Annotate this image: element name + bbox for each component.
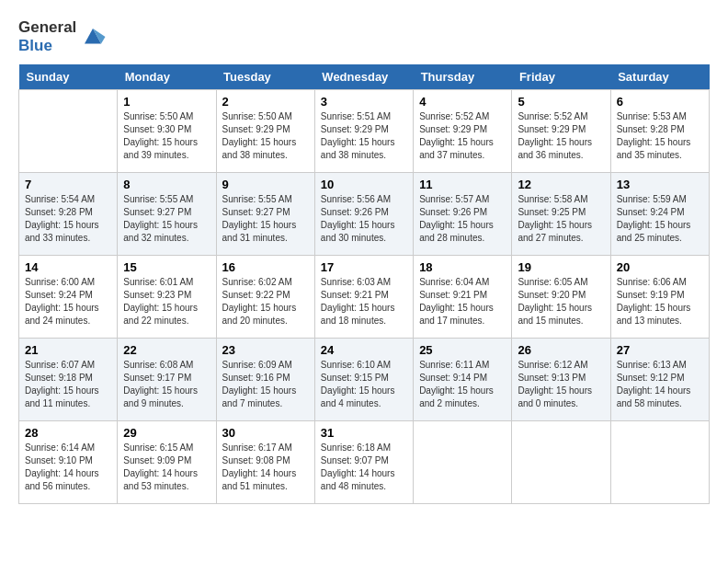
day-info: Sunrise: 5:54 AM Sunset: 9:28 PM Dayligh… bbox=[25, 193, 111, 245]
day-number: 30 bbox=[222, 426, 309, 440]
day-number: 10 bbox=[321, 178, 407, 191]
day-number: 14 bbox=[25, 260, 111, 274]
calendar-cell bbox=[414, 421, 512, 504]
calendar-cell: 26Sunrise: 6:12 AM Sunset: 9:13 PM Dayli… bbox=[512, 339, 610, 421]
day-info: Sunrise: 6:03 AM Sunset: 9:21 PM Dayligh… bbox=[321, 276, 407, 327]
day-number: 12 bbox=[518, 178, 604, 191]
calendar-cell: 20Sunrise: 6:06 AM Sunset: 9:19 PM Dayli… bbox=[610, 256, 709, 339]
day-number: 27 bbox=[617, 343, 703, 357]
calendar-cell: 2Sunrise: 5:50 AM Sunset: 9:29 PM Daylig… bbox=[216, 90, 314, 173]
calendar-cell: 18Sunrise: 6:04 AM Sunset: 9:21 PM Dayli… bbox=[414, 256, 512, 339]
day-info: Sunrise: 5:55 AM Sunset: 9:27 PM Dayligh… bbox=[123, 193, 210, 245]
day-info: Sunrise: 6:07 AM Sunset: 9:18 PM Dayligh… bbox=[25, 359, 111, 410]
calendar-cell: 22Sunrise: 6:08 AM Sunset: 9:17 PM Dayli… bbox=[118, 339, 216, 421]
day-number: 20 bbox=[617, 260, 703, 274]
day-number: 5 bbox=[518, 95, 604, 109]
calendar-cell: 5Sunrise: 5:52 AM Sunset: 9:29 PM Daylig… bbox=[512, 90, 610, 173]
calendar-cell: 25Sunrise: 6:11 AM Sunset: 9:14 PM Dayli… bbox=[414, 339, 512, 421]
day-info: Sunrise: 6:14 AM Sunset: 9:10 PM Dayligh… bbox=[25, 442, 111, 493]
calendar-cell: 12Sunrise: 5:58 AM Sunset: 9:25 PM Dayli… bbox=[512, 173, 610, 256]
day-number: 22 bbox=[123, 343, 210, 357]
calendar-cell: 10Sunrise: 5:56 AM Sunset: 9:26 PM Dayli… bbox=[314, 173, 413, 256]
calendar-cell bbox=[512, 421, 610, 504]
calendar-cell: 15Sunrise: 6:01 AM Sunset: 9:23 PM Dayli… bbox=[118, 256, 216, 339]
day-info: Sunrise: 5:57 AM Sunset: 9:26 PM Dayligh… bbox=[419, 193, 506, 245]
week-row-4: 21Sunrise: 6:07 AM Sunset: 9:18 PM Dayli… bbox=[19, 339, 710, 421]
day-info: Sunrise: 6:05 AM Sunset: 9:20 PM Dayligh… bbox=[518, 276, 604, 327]
calendar-table: SundayMondayTuesdayWednesdayThursdayFrid… bbox=[18, 64, 710, 504]
day-info: Sunrise: 6:11 AM Sunset: 9:14 PM Dayligh… bbox=[419, 359, 506, 410]
day-number: 4 bbox=[419, 95, 506, 109]
calendar-cell bbox=[19, 90, 118, 173]
day-number: 1 bbox=[123, 95, 210, 109]
day-number: 29 bbox=[123, 426, 210, 440]
week-row-5: 28Sunrise: 6:14 AM Sunset: 9:10 PM Dayli… bbox=[19, 421, 710, 504]
calendar-cell: 1Sunrise: 5:50 AM Sunset: 9:30 PM Daylig… bbox=[118, 90, 216, 173]
calendar-cell: 27Sunrise: 6:13 AM Sunset: 9:12 PM Dayli… bbox=[610, 339, 709, 421]
day-info: Sunrise: 6:08 AM Sunset: 9:17 PM Dayligh… bbox=[123, 359, 210, 410]
day-info: Sunrise: 6:02 AM Sunset: 9:22 PM Dayligh… bbox=[222, 276, 309, 327]
header-tuesday: Tuesday bbox=[216, 64, 314, 90]
calendar-cell: 14Sunrise: 6:00 AM Sunset: 9:24 PM Dayli… bbox=[19, 256, 118, 339]
day-number: 16 bbox=[222, 260, 309, 274]
calendar-cell bbox=[610, 421, 709, 504]
week-row-3: 14Sunrise: 6:00 AM Sunset: 9:24 PM Dayli… bbox=[19, 256, 710, 339]
day-number: 2 bbox=[222, 95, 309, 109]
logo: General Blue bbox=[18, 18, 107, 55]
day-info: Sunrise: 6:15 AM Sunset: 9:09 PM Dayligh… bbox=[123, 442, 210, 493]
day-info: Sunrise: 5:50 AM Sunset: 9:30 PM Dayligh… bbox=[123, 110, 210, 162]
day-number: 31 bbox=[321, 426, 407, 440]
calendar-cell: 29Sunrise: 6:15 AM Sunset: 9:09 PM Dayli… bbox=[118, 421, 216, 504]
calendar-cell: 30Sunrise: 6:17 AM Sunset: 9:08 PM Dayli… bbox=[216, 421, 314, 504]
calendar-cell: 16Sunrise: 6:02 AM Sunset: 9:22 PM Dayli… bbox=[216, 256, 314, 339]
day-number: 13 bbox=[617, 178, 703, 191]
day-info: Sunrise: 5:53 AM Sunset: 9:28 PM Dayligh… bbox=[617, 110, 703, 162]
day-info: Sunrise: 6:13 AM Sunset: 9:12 PM Dayligh… bbox=[617, 359, 703, 410]
calendar-cell: 31Sunrise: 6:18 AM Sunset: 9:07 PM Dayli… bbox=[314, 421, 413, 504]
day-info: Sunrise: 5:50 AM Sunset: 9:29 PM Dayligh… bbox=[222, 110, 309, 162]
day-number: 9 bbox=[222, 178, 309, 191]
week-row-1: 1Sunrise: 5:50 AM Sunset: 9:30 PM Daylig… bbox=[19, 90, 710, 173]
day-info: Sunrise: 6:04 AM Sunset: 9:21 PM Dayligh… bbox=[419, 276, 506, 327]
calendar-header-row: SundayMondayTuesdayWednesdayThursdayFrid… bbox=[19, 64, 710, 90]
calendar-cell: 6Sunrise: 5:53 AM Sunset: 9:28 PM Daylig… bbox=[610, 90, 709, 173]
week-row-2: 7Sunrise: 5:54 AM Sunset: 9:28 PM Daylig… bbox=[19, 173, 710, 256]
calendar-cell: 13Sunrise: 5:59 AM Sunset: 9:24 PM Dayli… bbox=[610, 173, 709, 256]
day-number: 8 bbox=[123, 178, 210, 191]
day-info: Sunrise: 5:56 AM Sunset: 9:26 PM Dayligh… bbox=[321, 193, 407, 245]
day-number: 24 bbox=[321, 343, 407, 357]
header-wednesday: Wednesday bbox=[314, 64, 413, 90]
day-info: Sunrise: 6:18 AM Sunset: 9:07 PM Dayligh… bbox=[321, 442, 407, 493]
calendar-cell: 11Sunrise: 5:57 AM Sunset: 9:26 PM Dayli… bbox=[414, 173, 512, 256]
day-number: 6 bbox=[617, 95, 703, 109]
day-number: 19 bbox=[518, 260, 604, 274]
logo-blue: Blue bbox=[18, 37, 76, 55]
calendar-cell: 21Sunrise: 6:07 AM Sunset: 9:18 PM Dayli… bbox=[19, 339, 118, 421]
calendar-cell: 3Sunrise: 5:51 AM Sunset: 9:29 PM Daylig… bbox=[314, 90, 413, 173]
day-number: 15 bbox=[123, 260, 210, 274]
calendar-cell: 19Sunrise: 6:05 AM Sunset: 9:20 PM Dayli… bbox=[512, 256, 610, 339]
day-info: Sunrise: 6:00 AM Sunset: 9:24 PM Dayligh… bbox=[25, 276, 111, 327]
calendar-cell: 8Sunrise: 5:55 AM Sunset: 9:27 PM Daylig… bbox=[118, 173, 216, 256]
day-info: Sunrise: 6:06 AM Sunset: 9:19 PM Dayligh… bbox=[617, 276, 703, 327]
day-info: Sunrise: 5:59 AM Sunset: 9:24 PM Dayligh… bbox=[617, 193, 703, 245]
day-info: Sunrise: 6:10 AM Sunset: 9:15 PM Dayligh… bbox=[321, 359, 407, 410]
day-info: Sunrise: 5:51 AM Sunset: 9:29 PM Dayligh… bbox=[321, 110, 407, 162]
day-number: 26 bbox=[518, 343, 604, 357]
day-number: 21 bbox=[25, 343, 111, 357]
header-sunday: Sunday bbox=[19, 64, 118, 90]
day-info: Sunrise: 5:55 AM Sunset: 9:27 PM Dayligh… bbox=[222, 193, 309, 245]
calendar-cell: 4Sunrise: 5:52 AM Sunset: 9:29 PM Daylig… bbox=[414, 90, 512, 173]
day-info: Sunrise: 6:12 AM Sunset: 9:13 PM Dayligh… bbox=[518, 359, 604, 410]
logo-icon bbox=[79, 23, 107, 51]
day-number: 23 bbox=[222, 343, 309, 357]
day-number: 17 bbox=[321, 260, 407, 274]
calendar-cell: 9Sunrise: 5:55 AM Sunset: 9:27 PM Daylig… bbox=[216, 173, 314, 256]
day-info: Sunrise: 5:58 AM Sunset: 9:25 PM Dayligh… bbox=[518, 193, 604, 245]
logo-general: General bbox=[18, 18, 76, 37]
day-info: Sunrise: 5:52 AM Sunset: 9:29 PM Dayligh… bbox=[518, 110, 604, 162]
header-thursday: Thursday bbox=[414, 64, 512, 90]
day-number: 28 bbox=[25, 426, 111, 440]
calendar-cell: 7Sunrise: 5:54 AM Sunset: 9:28 PM Daylig… bbox=[19, 173, 118, 256]
calendar-cell: 28Sunrise: 6:14 AM Sunset: 9:10 PM Dayli… bbox=[19, 421, 118, 504]
